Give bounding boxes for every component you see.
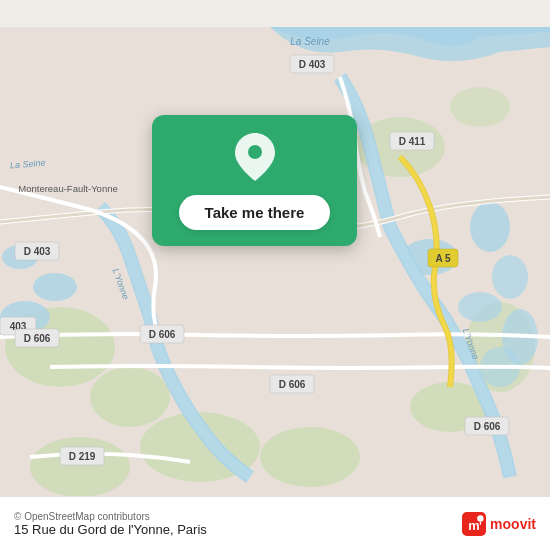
svg-text:D 606: D 606 [279,379,306,390]
svg-text:A 5: A 5 [435,253,451,264]
svg-point-14 [470,202,510,252]
moovit-icon: m [462,512,486,536]
svg-text:La Seine: La Seine [290,36,330,47]
map-container: D 403 D 411 D 403 403 D 606 D 606 D 606 … [0,0,550,550]
svg-point-16 [458,292,502,322]
moovit-logo: m moovit [462,512,536,536]
svg-text:D 403: D 403 [24,246,51,257]
popup-card: Take me there [152,115,357,246]
popup-pin-icon [235,133,275,185]
svg-point-47 [477,515,483,521]
svg-text:D 219: D 219 [69,451,96,462]
svg-point-44 [248,145,262,159]
copyright-text: © OpenStreetMap contributors [14,511,207,522]
svg-point-4 [30,437,130,497]
moovit-label: moovit [490,516,536,532]
address-text: 15 Rue du Gord de l'Yonne, Paris [14,522,207,537]
svg-point-15 [492,255,528,299]
map-svg: D 403 D 411 D 403 403 D 606 D 606 D 606 … [0,0,550,550]
svg-text:D 606: D 606 [149,329,176,340]
svg-text:D 606: D 606 [24,333,51,344]
svg-point-2 [90,367,170,427]
take-me-there-button[interactable]: Take me there [179,195,331,230]
svg-text:D 606: D 606 [474,421,501,432]
svg-point-5 [260,427,360,487]
svg-point-11 [33,273,77,301]
bottom-bar: © OpenStreetMap contributors 15 Rue du G… [0,496,550,550]
svg-text:Montereau-Fault-Yonne: Montereau-Fault-Yonne [18,183,117,194]
svg-text:D 411: D 411 [399,136,426,147]
svg-point-9 [450,87,510,127]
svg-text:D 403: D 403 [299,59,326,70]
